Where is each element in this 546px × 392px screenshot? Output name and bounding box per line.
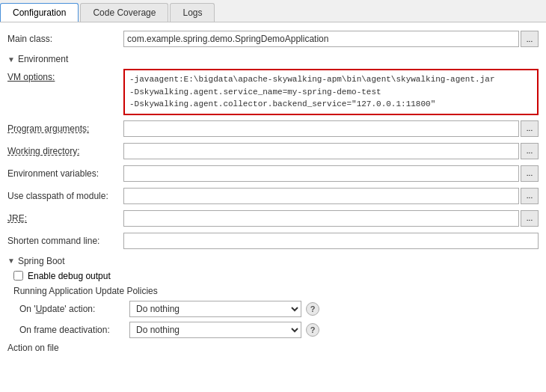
tab-configuration[interactable]: Configuration xyxy=(0,3,79,22)
spring-boot-section-header: ▼ Spring Boot xyxy=(7,256,539,266)
enable-debug-row: Enable debug output xyxy=(13,271,539,281)
program-args-input[interactable] xyxy=(123,120,519,137)
jre-input[interactable] xyxy=(123,210,519,227)
tab-bar: Configuration Code Coverage Logs xyxy=(0,0,546,22)
env-vars-browse-button[interactable]: ... xyxy=(521,165,539,182)
vm-options-label: VM options: xyxy=(7,69,123,82)
shorten-cmd-input[interactable] xyxy=(123,233,539,249)
enable-debug-checkbox[interactable] xyxy=(13,271,23,281)
on-frame-row: On frame deactivation: Do nothing ? xyxy=(13,322,539,338)
shorten-cmd-row: Shorten command line: xyxy=(7,232,539,250)
program-args-row: Program arguments: ... xyxy=(7,120,539,138)
on-update-help-icon[interactable]: ? xyxy=(306,302,319,316)
shorten-cmd-label: Shorten command line: xyxy=(7,236,123,246)
tab-code-coverage[interactable]: Code Coverage xyxy=(80,3,168,22)
program-args-browse-button[interactable]: ... xyxy=(521,120,539,137)
running-app-policies-section: Running Application Update Policies On '… xyxy=(13,286,539,338)
on-frame-label: On frame deactivation: xyxy=(13,325,129,335)
program-args-label: Program arguments: xyxy=(7,123,123,134)
environment-section-header: ▼ Environment xyxy=(7,54,539,64)
on-frame-dropdown[interactable]: Do nothing xyxy=(129,322,301,338)
environment-arrow-icon[interactable]: ▼ xyxy=(7,55,15,64)
vm-options-row: VM options: -javaagent:E:\bigdata\apache… xyxy=(7,69,539,115)
jre-row: JRE: ... xyxy=(7,209,539,227)
main-class-input[interactable] xyxy=(123,31,519,47)
working-dir-browse-button[interactable]: ... xyxy=(521,143,539,159)
spring-boot-arrow-icon[interactable]: ▼ xyxy=(7,257,15,265)
on-frame-help-icon[interactable]: ? xyxy=(306,323,319,337)
env-vars-input[interactable] xyxy=(123,165,519,182)
on-update-label: On 'Update' action: xyxy=(13,304,129,314)
jre-label: JRE: xyxy=(7,213,123,224)
run-config-window: Configuration Code Coverage Logs Main cl… xyxy=(0,0,546,392)
env-vars-label: Environment variables: xyxy=(7,168,123,179)
on-update-dropdown[interactable]: Do nothing xyxy=(129,301,301,317)
vm-options-input[interactable]: -javaagent:E:\bigdata\apache-skywalking-… xyxy=(123,69,539,115)
working-dir-input[interactable] xyxy=(123,143,519,159)
main-class-row: Main class: ... xyxy=(7,30,539,48)
actions-row: Action on file xyxy=(7,343,539,353)
tab-logs[interactable]: Logs xyxy=(170,3,215,22)
main-class-label: Main class: xyxy=(7,34,123,44)
working-dir-row: Working directory: ... xyxy=(7,142,539,160)
classpath-label: Use classpath of module: xyxy=(7,191,123,201)
classpath-browse-button[interactable]: ... xyxy=(521,188,539,204)
config-content: Main class: ... ▼ Environment VM options… xyxy=(0,22,546,392)
working-dir-label: Working directory: xyxy=(7,146,123,156)
env-vars-row: Environment variables: ... xyxy=(7,165,539,183)
on-update-row: On 'Update' action: Do nothing ? xyxy=(13,301,539,317)
main-class-browse-button[interactable]: ... xyxy=(521,31,539,47)
running-app-title: Running Application Update Policies xyxy=(13,286,539,296)
classpath-input[interactable] xyxy=(123,188,519,204)
classpath-row: Use classpath of module: ... xyxy=(7,187,539,205)
actions-label: Action on file xyxy=(7,343,59,353)
enable-debug-label: Enable debug output xyxy=(28,271,111,281)
jre-browse-button[interactable]: ... xyxy=(521,210,539,227)
